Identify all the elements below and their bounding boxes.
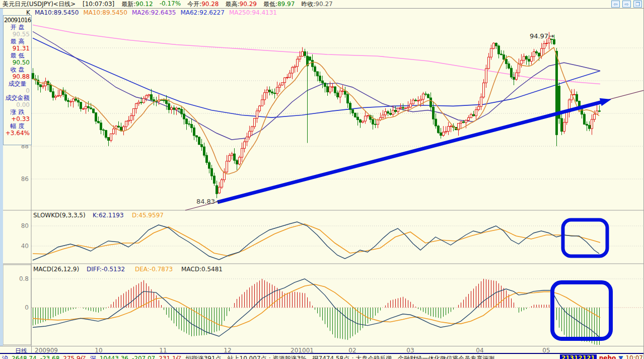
candle-up [412, 100, 414, 104]
info-row-label: 最 高 [4, 38, 31, 45]
candle-down [427, 94, 430, 98]
slowkd-name: SLOWKD(9,3,3,5) [33, 212, 86, 219]
candle-down [163, 100, 165, 101]
candle-down [513, 77, 515, 80]
candle-up [110, 134, 112, 140]
candle-up [450, 126, 452, 127]
next-chart-button[interactable]: ⇨ [622, 1, 631, 8]
candle-down [271, 92, 273, 93]
candle-up [259, 106, 261, 111]
candle-up [362, 121, 364, 122]
info-row-value: 0.00 [4, 101, 31, 108]
candle-down [349, 103, 351, 110]
candle-up [146, 96, 148, 99]
trading-app-window: 888694.97→84.83→8040SLOWKD(9,3,3,5)K:62.… [0, 0, 644, 359]
candle-up [261, 100, 263, 106]
candle-down [100, 123, 102, 130]
candle-down [508, 64, 510, 68]
candle-up [385, 111, 387, 115]
candle-up [171, 108, 173, 110]
candle-down [118, 126, 120, 127]
candle-up [521, 61, 523, 64]
candle-up [531, 56, 533, 61]
candle-down [599, 111, 601, 111]
candle-down [498, 46, 500, 54]
candle-up [125, 121, 127, 127]
ticker-segment: 275.9亿 [63, 355, 86, 359]
candle-down [208, 162, 210, 168]
candle-down [538, 53, 540, 56]
candle-up [410, 104, 412, 107]
candle-up [289, 73, 291, 77]
candle-up [420, 99, 422, 100]
restore-window-icon: ❐ [635, 2, 640, 7]
restore-window-button[interactable]: ❐ [633, 1, 642, 8]
prev-chart-button[interactable]: ⇦ [611, 1, 620, 8]
candle-down [528, 59, 530, 61]
candle-up [468, 117, 470, 120]
candle-down [314, 67, 316, 72]
ma-legend-item: MA62:92.6227 [180, 9, 225, 16]
candle-up [45, 82, 47, 86]
candle-up [73, 99, 75, 101]
info-row-label: 最 低 [4, 52, 31, 59]
candle-down [327, 87, 329, 92]
candle-down [269, 90, 271, 92]
candle-up [488, 57, 490, 69]
info-row-label: 收 盘 [4, 66, 31, 73]
candle-up [55, 96, 57, 97]
candle-down [440, 133, 442, 135]
candle-down [387, 111, 389, 113]
candle-down [438, 126, 440, 133]
candle-down [463, 122, 465, 123]
candle-down [395, 110, 397, 112]
candle-up [516, 73, 518, 79]
candle-up [470, 114, 472, 117]
candle-down [324, 83, 326, 86]
candle-down [93, 109, 95, 113]
candle-down [304, 51, 306, 55]
info-row-value: 0 [4, 87, 31, 94]
candle-up [148, 95, 150, 96]
candle-up [405, 108, 407, 108]
candle-up [443, 132, 445, 136]
candle-up [287, 77, 289, 78]
candle-up [382, 115, 384, 117]
candle-up [294, 67, 296, 68]
funnel-icon[interactable]: ▼ [618, 354, 623, 359]
candle-up [284, 78, 286, 83]
candle-down [584, 114, 586, 125]
candle-up [128, 121, 130, 122]
macd-dea-value: DEA:-0.7873 [135, 266, 173, 273]
candle-down [526, 56, 528, 59]
candle-down [67, 100, 69, 101]
candle-up [332, 87, 334, 87]
ticker-right-block: 21312121 neho ▼ 10:07 [560, 354, 643, 359]
candle-up [591, 119, 593, 129]
candle-down [473, 114, 475, 116]
candle-down [52, 92, 54, 97]
candle-up [60, 90, 62, 96]
candle-down [168, 104, 170, 110]
candle-up [523, 56, 525, 61]
candle-up [367, 115, 369, 116]
ticker-segment: -23.68 [40, 355, 60, 359]
candle-down [506, 59, 508, 64]
candle-down [206, 155, 208, 162]
candle-up [480, 97, 482, 107]
candle-down [166, 100, 168, 104]
candle-down [503, 55, 505, 59]
candle-down [556, 51, 558, 135]
candle-down [50, 85, 52, 92]
candle-down [196, 136, 198, 137]
ticker-time: 10:07 [625, 354, 643, 359]
candle-up [400, 107, 402, 108]
quote-info-panel: 20091016 开 盘90.55最 高91.31最 低90.50收 盘90.8… [3, 15, 32, 145]
info-row-value: 91.31 [4, 45, 31, 52]
candle-down [32, 73, 34, 79]
candle-down [309, 57, 311, 61]
candle-down [357, 117, 359, 119]
candle-down [360, 120, 362, 123]
candle-up [241, 148, 243, 157]
candle-up [113, 129, 115, 134]
